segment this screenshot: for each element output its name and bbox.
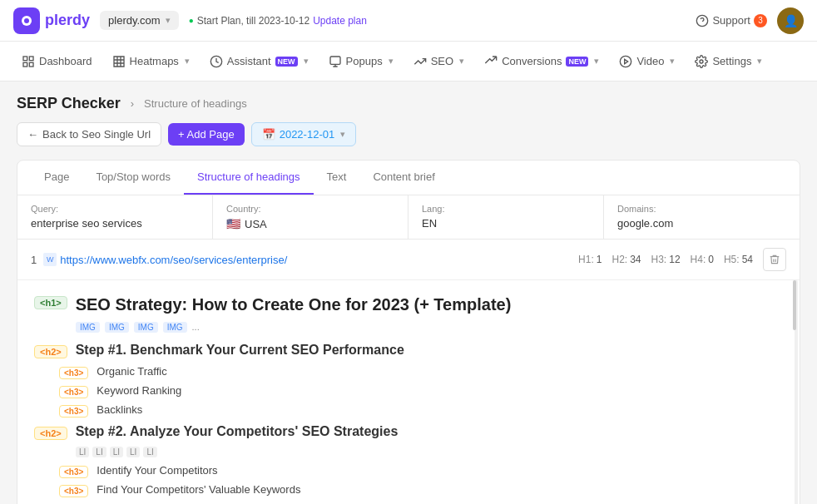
meta-lang: Lang: EN [408,195,604,239]
tab-page[interactable]: Page [31,161,82,195]
h3-stat: H3: 12 [651,254,681,265]
svg-rect-4 [23,57,27,61]
h3-value: 12 [669,254,680,265]
video-icon [619,55,632,68]
img-badge-3: IMG [134,322,158,333]
domain-value: plerdy.com [108,14,161,27]
h4-stat: H4: 0 [691,254,714,265]
nav-settings-label: Settings [712,55,751,67]
img-dots: ... [192,322,200,333]
h3-row-4: <h3> Identify Your Competitors [59,464,783,478]
nav-conversions[interactable]: Conversions NEW ▾ [476,42,607,82]
tab-top-stop[interactable]: Top/Stop words [82,161,184,195]
h1-text: SEO Strategy: How to Create One for 2023… [76,294,512,315]
trash-icon [769,254,780,265]
breadcrumb-separator: › [131,97,134,110]
nav-seo[interactable]: SEO ▾ [405,42,473,82]
h3-row-2: <h3> Keyword Ranking [59,384,783,398]
content-area: SERP Checker › Structure of headings ← B… [0,82,817,504]
avatar[interactable]: 👤 [777,7,804,34]
nav-settings[interactable]: Settings ▾ [686,42,770,82]
topbar: plerdy plerdy.com ▾ Start Plan, till 202… [0,0,817,42]
svg-rect-6 [23,62,27,67]
date-label: 2022-12-01 [280,128,335,141]
h1-label: H1: [578,254,594,265]
support-button[interactable]: Support 3 [696,14,767,27]
settings-icon [695,55,708,68]
svg-rect-7 [29,62,33,67]
back-arrow-icon: ← [27,128,38,141]
video-chevron-icon: ▾ [670,56,675,67]
nav-assistant-label: Assistant [227,55,271,67]
tab-text[interactable]: Text [314,161,360,195]
h3-row-1: <h3> Organic Traffic [59,365,783,379]
result-row: 1 W https://www.webfx.com/seo/services/e… [17,240,800,280]
h1-stat: H1: 1 [578,254,602,265]
delete-button[interactable] [763,248,786,271]
img-badge-2: IMG [105,322,129,333]
h3-tag-5: <h3> [59,485,88,497]
country-text: USA [245,218,267,230]
h4-label: H4: [691,254,706,265]
settings-chevron-icon: ▾ [757,56,762,67]
h2-value: 34 [630,254,641,265]
assistant-new-badge: NEW [275,57,298,67]
plan-text: Start Plan, till 2023-10-12 [197,15,309,27]
h2-tag-2: <h2> [34,427,67,440]
logo-text: plerdy [45,12,90,29]
nav-popups[interactable]: Popups ▾ [320,42,402,82]
img-badge-1: IMG [76,322,100,333]
h3-label: H3: [651,254,667,265]
tab-content-brief[interactable]: Content brief [359,161,448,195]
date-chevron-icon: ▾ [340,129,345,140]
meta-domains: Domains: google.com [604,195,800,239]
result-num: 1 [31,254,37,266]
nav-video[interactable]: Video ▾ [611,42,683,82]
nav-heatmaps-label: Heatmaps [130,55,179,67]
popups-chevron-icon: ▾ [389,56,394,67]
conversions-chevron-icon: ▾ [594,56,599,67]
domain-chevron-icon: ▾ [166,15,171,26]
lang-value: EN [422,217,590,230]
nav-dashboard[interactable]: Dashboard [13,42,101,82]
nav-video-label: Video [636,55,664,67]
li-badge-2: LI [92,447,106,457]
svg-point-9 [621,56,631,67]
tab-structure[interactable]: Structure of headings [184,161,314,195]
breadcrumb: Structure of headings [144,97,247,110]
logo[interactable]: plerdy [13,7,90,34]
h2-label: H2: [612,254,627,265]
h1-tag: <h1> [34,296,67,309]
toolbar: ← Back to Seo Single Url + Add Page 📅 20… [17,122,800,146]
nav-heatmaps[interactable]: Heatmaps ▾ [104,42,198,82]
nav-assistant[interactable]: Assistant NEW ▾ [201,42,317,82]
meta-country: Country: 🇺🇸 USA [213,195,408,239]
h3-text-4: Identify Your Competitors [97,464,217,477]
update-plan-link[interactable]: Update plan [313,15,367,27]
h3-text-2: Keyword Ranking [97,384,181,397]
h3-tag-4: <h3> [59,466,88,478]
h3-row-3: <h3> Backlinks [59,403,783,418]
scrollbar-track [795,280,798,504]
li-badge-5: LI [143,447,156,457]
topbar-right: Support 3 👤 [696,7,804,34]
query-value: enterprise seo services [31,217,199,230]
scrollbar-thumb[interactable] [793,280,796,330]
li-badge-4: LI [126,447,140,457]
h2-stat: H2: 34 [612,254,641,265]
query-label: Query: [31,204,199,214]
country-label: Country: [226,204,394,214]
nav-conversions-label: Conversions [502,55,562,67]
nav-popups-label: Popups [346,55,383,67]
meta-row: Query: enterprise seo services Country: … [17,195,800,240]
heatmaps-icon [112,55,126,68]
add-page-button[interactable]: + Add Page [168,123,245,146]
back-button[interactable]: ← Back to Seo Single Url [17,122,161,146]
h4-value: 0 [708,254,714,265]
assistant-chevron-icon: ▾ [304,56,309,67]
domain-selector[interactable]: plerdy.com ▾ [100,11,179,30]
result-url-link[interactable]: https://www.webfx.com/seo/services/enter… [60,254,287,266]
h1-row: <h1> SEO Strategy: How to Create One for… [34,294,783,315]
conversions-new-badge: NEW [566,57,588,67]
date-picker-button[interactable]: 📅 2022-12-01 ▾ [251,122,357,146]
